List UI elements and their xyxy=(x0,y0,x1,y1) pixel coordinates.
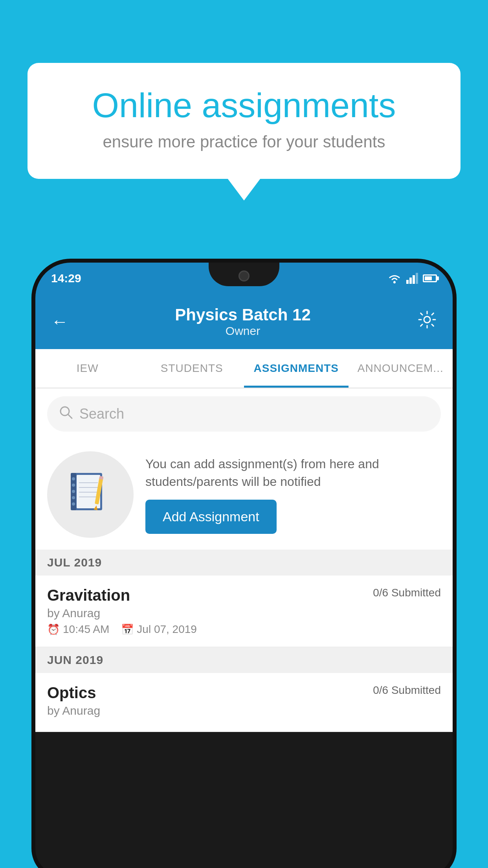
section-header-jul: JUL 2019 xyxy=(35,550,453,576)
section-header-jun: JUN 2019 xyxy=(35,647,453,673)
info-card-subtitle: ensure more practice for your students xyxy=(55,132,433,151)
search-icon xyxy=(59,405,73,423)
svg-point-19 xyxy=(72,484,75,487)
assignment-date-piece: 📅 Jul 07, 2019 xyxy=(121,623,197,636)
svg-point-5 xyxy=(424,316,430,323)
tab-bar: IEW STUDENTS ASSIGNMENTS ANNOUNCEM... xyxy=(35,349,453,388)
section-jun2019: JUN 2019 Optics 0/6 Submitted by Anurag xyxy=(35,647,453,732)
info-card-title: Online assignments xyxy=(55,86,433,125)
add-assignment-button[interactable]: Add Assignment xyxy=(145,500,277,534)
clock-icon: ⏰ xyxy=(47,623,60,636)
status-time: 14:29 xyxy=(51,272,81,285)
app-header: ← Physics Batch 12 Owner xyxy=(35,294,453,349)
svg-point-21 xyxy=(72,496,75,499)
search-bar-container: Search xyxy=(35,388,453,440)
battery-icon xyxy=(423,274,437,282)
svg-rect-3 xyxy=(413,275,415,284)
wifi-icon xyxy=(387,273,402,284)
header-title: Physics Batch 12 xyxy=(175,305,311,324)
tab-announcements[interactable]: ANNOUNCEM... xyxy=(349,349,453,388)
assignment-status-optics: 0/6 Submitted xyxy=(373,684,441,697)
header-subtitle: Owner xyxy=(175,324,311,338)
assignment-time-piece: ⏰ 10:45 AM xyxy=(47,623,109,636)
search-bar[interactable]: Search xyxy=(47,396,441,432)
search-placeholder: Search xyxy=(79,406,124,422)
assignment-status-gravitation: 0/6 Submitted xyxy=(373,587,441,599)
notebook-icon xyxy=(69,471,112,518)
assignment-illustration xyxy=(47,451,134,538)
notch-camera xyxy=(238,270,250,281)
tab-students[interactable]: STUDENTS xyxy=(140,349,244,388)
phone-content: Search xyxy=(35,388,453,732)
assignment-name-optics: Optics xyxy=(47,684,96,702)
calendar-icon: 📅 xyxy=(121,623,134,636)
svg-rect-4 xyxy=(416,273,418,284)
settings-button[interactable] xyxy=(417,310,437,333)
svg-point-22 xyxy=(72,502,75,506)
info-card: Online assignments ensure more practice … xyxy=(28,63,460,179)
assignment-author-optics: by Anurag xyxy=(47,704,441,717)
svg-rect-1 xyxy=(406,280,409,284)
tab-assignments[interactable]: ASSIGNMENTS xyxy=(244,349,349,388)
add-assignment-desc: You can add assignment(s) from here and … xyxy=(145,455,441,491)
section-jul2019: JUL 2019 Gravitation 0/6 Submitted by An… xyxy=(35,550,453,647)
svg-line-7 xyxy=(68,414,72,418)
add-assignment-text: You can add assignment(s) from here and … xyxy=(145,455,441,534)
assignment-author-gravitation: by Anurag xyxy=(47,607,441,620)
phone-notch xyxy=(209,263,279,286)
assignment-item-gravitation[interactable]: Gravitation 0/6 Submitted by Anurag ⏰ 10… xyxy=(35,576,453,647)
assignment-date: Jul 07, 2019 xyxy=(137,623,197,636)
svg-point-18 xyxy=(72,477,75,480)
status-bar: 14:29 xyxy=(35,263,453,294)
assignment-name-gravitation: Gravitation xyxy=(47,587,130,604)
svg-rect-2 xyxy=(409,278,412,284)
svg-point-20 xyxy=(72,490,75,493)
status-icons xyxy=(387,273,437,284)
assignment-meta-gravitation: ⏰ 10:45 AM 📅 Jul 07, 2019 xyxy=(47,623,441,636)
assignment-item-optics[interactable]: Optics 0/6 Submitted by Anurag xyxy=(35,673,453,732)
tab-view[interactable]: IEW xyxy=(35,349,140,388)
svg-point-0 xyxy=(393,281,396,283)
phone-frame: 14:29 ← xyxy=(31,259,457,868)
assignment-time: 10:45 AM xyxy=(63,623,109,636)
add-assignment-card: You can add assignment(s) from here and … xyxy=(35,440,453,550)
back-button[interactable]: ← xyxy=(51,312,68,331)
header-title-area: Physics Batch 12 Owner xyxy=(175,305,311,338)
signal-icon xyxy=(406,273,418,284)
